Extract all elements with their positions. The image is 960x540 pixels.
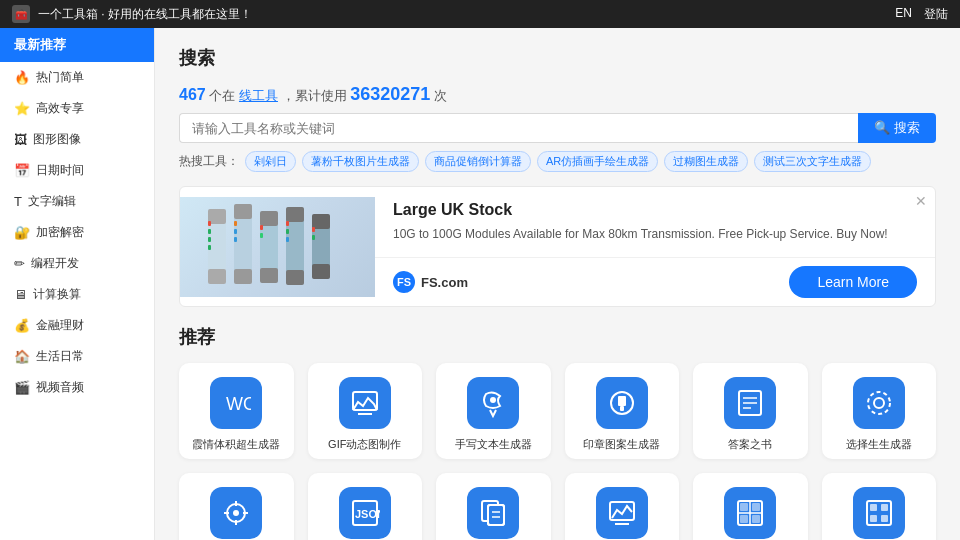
hot-tag-0[interactable]: 剁剁日 <box>245 151 296 172</box>
svg-rect-4 <box>208 229 211 234</box>
tool-card-10[interactable]: 图片拼接 <box>693 473 808 540</box>
sidebar-label: 文字编辑 <box>28 193 76 210</box>
svg-rect-3 <box>208 221 211 226</box>
svg-rect-19 <box>286 207 304 222</box>
svg-rect-17 <box>260 233 263 238</box>
tool-icon-0: WOW <box>210 377 262 429</box>
svg-rect-60 <box>740 503 748 511</box>
ad-logo-text: FS.com <box>421 275 468 290</box>
tool-icon-4 <box>724 377 776 429</box>
tool-card-2[interactable]: 手写文本生成器 <box>436 363 551 459</box>
sidebar-label: 金融理财 <box>36 317 84 334</box>
svg-rect-20 <box>286 270 304 285</box>
tool-card-9[interactable]: 手绘逻辑视图生成器 <box>565 473 680 540</box>
topbar: 🧰 一个工具箱 · 好用的在线工具都在这里！ EN 登陆 <box>0 0 960 28</box>
code-icon: ✏ <box>14 256 25 271</box>
sidebar-item-datetime[interactable]: 📅 日期时间 <box>0 155 154 186</box>
sidebar-label: 编程开发 <box>31 255 79 272</box>
tool-card-1[interactable]: GIF动态图制作 <box>308 363 423 459</box>
svg-point-41 <box>874 398 884 408</box>
svg-rect-27 <box>312 227 315 232</box>
svg-rect-67 <box>870 515 877 522</box>
svg-rect-35 <box>620 406 624 411</box>
sidebar-item-premium[interactable]: ⭐ 高效专享 <box>0 93 154 124</box>
sidebar-item-video[interactable]: 🎬 视频音频 <box>0 372 154 403</box>
svg-rect-10 <box>234 221 237 226</box>
svg-rect-25 <box>312 214 330 229</box>
hot-tag-1[interactable]: 薯粉千枚图片生成器 <box>302 151 419 172</box>
tool-icon-1 <box>339 377 391 429</box>
tool-card-8[interactable]: 短码计数器 <box>436 473 551 540</box>
tool-card-0[interactable]: WOW 霞情体积超生成器 <box>179 363 294 459</box>
tool-icon-3 <box>596 377 648 429</box>
life-icon: 🏠 <box>14 349 30 364</box>
svg-rect-28 <box>312 235 315 240</box>
hot-icon: 🔥 <box>14 70 30 85</box>
hot-tools-bar: 热搜工具： 剁剁日 薯粉千枚图片生成器 商品促销倒计算器 AR仿插画手绘生成器 … <box>179 151 936 172</box>
svg-rect-14 <box>260 211 278 226</box>
tool-icon-7: JSON <box>339 487 391 539</box>
ad-content: Large UK Stock 10G to 100G Modules Avail… <box>375 187 935 257</box>
sidebar: 最新推荐 🔥 热门简单 ⭐ 高效专享 🖼 图形图像 📅 日期时间 T 文字编辑 … <box>0 28 155 540</box>
login-btn[interactable]: 登陆 <box>924 6 948 23</box>
learn-more-button[interactable]: Learn More <box>789 266 917 298</box>
sidebar-item-finance[interactable]: 💰 金融理财 <box>0 310 154 341</box>
sidebar-label: 高效专享 <box>36 100 84 117</box>
svg-rect-22 <box>286 229 289 234</box>
tool-icon-8 <box>467 487 519 539</box>
tool-card-11[interactable]: 图片加水印 <box>822 473 937 540</box>
stats-pre: 个在 <box>209 88 235 103</box>
search-section-title: 搜索 <box>179 46 936 70</box>
stats-post: 次 <box>434 88 447 103</box>
stats-count: 467 <box>179 86 206 103</box>
tool-label-5: 选择生生成器 <box>846 437 912 451</box>
tool-card-5[interactable]: 选择生生成器 <box>822 363 937 459</box>
tool-card-3[interactable]: 印章图案生成器 <box>565 363 680 459</box>
tool-icon-5 <box>853 377 905 429</box>
tool-card-6[interactable]: 扒线图生成器 <box>179 473 294 540</box>
svg-rect-21 <box>286 221 289 226</box>
sidebar-item-dev[interactable]: ✏ 编程开发 <box>0 248 154 279</box>
topbar-right: EN 登陆 <box>895 6 948 23</box>
hot-tag-2[interactable]: 商品促销倒计算器 <box>425 151 531 172</box>
svg-rect-26 <box>312 264 330 279</box>
sidebar-label: 生活日常 <box>36 348 84 365</box>
svg-rect-62 <box>740 515 748 523</box>
ad-banner-inner: Large UK Stock 10G to 100G Modules Avail… <box>375 187 935 306</box>
ad-banner: Large UK Stock 10G to 100G Modules Avail… <box>179 186 936 307</box>
svg-rect-68 <box>881 515 888 522</box>
sidebar-item-life[interactable]: 🏠 生活日常 <box>0 341 154 372</box>
sidebar-item-calc[interactable]: 🖥 计算换算 <box>0 279 154 310</box>
search-button[interactable]: 🔍 搜索 <box>858 113 936 143</box>
calendar-icon: 📅 <box>14 163 30 178</box>
tool-card-4[interactable]: 答案之书 <box>693 363 808 459</box>
stats-link[interactable]: 线工具 <box>239 88 278 103</box>
sidebar-item-crypto[interactable]: 🔐 加密解密 <box>0 217 154 248</box>
video-icon: 🎬 <box>14 380 30 395</box>
search-input[interactable] <box>179 113 858 143</box>
svg-rect-15 <box>260 268 278 283</box>
svg-rect-12 <box>234 237 237 242</box>
sidebar-item-image[interactable]: 🖼 图形图像 <box>0 124 154 155</box>
ad-close-icon[interactable]: ✕ <box>915 193 927 209</box>
sidebar-label: 图形图像 <box>33 131 81 148</box>
fs-logo-icon: FS <box>393 271 415 293</box>
stats-mid: ，累计使用 <box>282 88 347 103</box>
svg-rect-66 <box>881 504 888 511</box>
tool-card-7[interactable]: JSON JSONPath解析器 <box>308 473 423 540</box>
lang-switch[interactable]: EN <box>895 6 912 23</box>
sidebar-item-recommended[interactable]: 最新推荐 <box>0 28 154 62</box>
sidebar-label: 视频音频 <box>36 379 84 396</box>
sidebar-item-text[interactable]: T 文字编辑 <box>0 186 154 217</box>
hot-tag-5[interactable]: 测试三次文字生成器 <box>754 151 871 172</box>
sidebar-item-hot[interactable]: 🔥 热门简单 <box>0 62 154 93</box>
stats-uses: 36320271 <box>350 84 430 104</box>
ad-logo: FS FS.com <box>393 271 468 293</box>
tool-icon-11 <box>853 487 905 539</box>
calc-icon: 🖥 <box>14 287 27 302</box>
svg-rect-23 <box>286 237 289 242</box>
tool-label-3: 印章图案生成器 <box>583 437 660 451</box>
hot-tools-label: 热搜工具： <box>179 153 239 170</box>
hot-tag-3[interactable]: AR仿插画手绘生成器 <box>537 151 658 172</box>
hot-tag-4[interactable]: 过糊图生成器 <box>664 151 748 172</box>
